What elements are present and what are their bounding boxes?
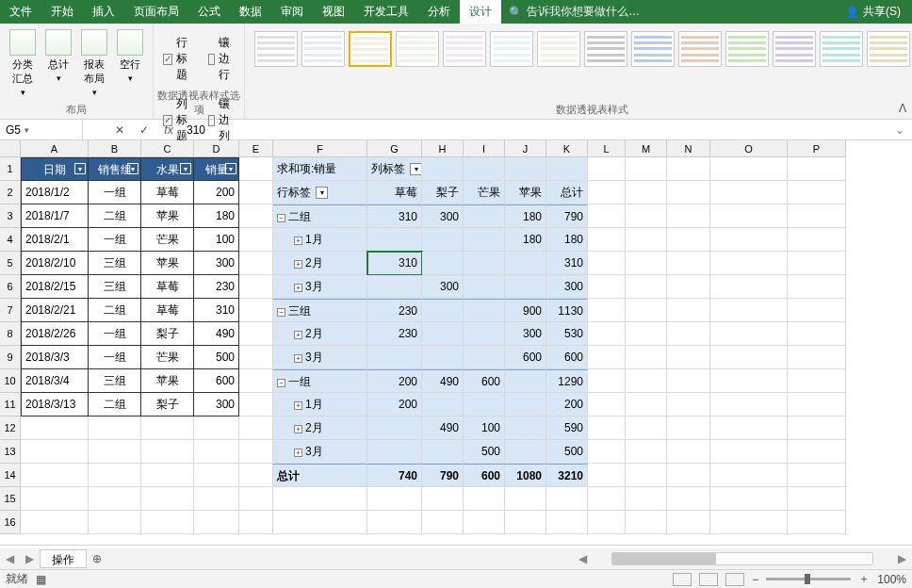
cell[interactable] (21, 487, 89, 511)
pivot-value[interactable]: 200 (546, 393, 588, 416)
pivot-value[interactable] (367, 228, 422, 252)
table-cell[interactable]: 2018/2/15 (21, 275, 89, 299)
cell[interactable] (710, 369, 788, 393)
table-cell[interactable]: 100 (194, 228, 239, 252)
row-header[interactable]: 5 (0, 252, 21, 275)
cell[interactable] (788, 369, 846, 393)
table-cell[interactable]: 230 (194, 275, 239, 299)
cell[interactable] (710, 181, 788, 204)
ck-banded-rows[interactable]: 镶边行 (204, 33, 238, 85)
cell[interactable] (788, 181, 846, 204)
style-thumb[interactable] (820, 31, 863, 67)
cell[interactable] (505, 157, 546, 181)
cell[interactable] (788, 228, 846, 252)
row-header[interactable]: 8 (0, 322, 21, 346)
table-cell[interactable]: 苹果 (141, 369, 194, 393)
pivot-value[interactable] (422, 440, 464, 464)
table-cell[interactable]: 600 (194, 369, 239, 393)
pivot-value[interactable]: 200 (367, 393, 422, 416)
expand-formula-icon[interactable]: ⌄ (888, 120, 912, 139)
cell[interactable] (626, 440, 667, 464)
pivot-subgroup[interactable]: +2月 (273, 252, 367, 275)
table-header[interactable]: 日期▾ (21, 157, 89, 181)
cell[interactable] (710, 275, 788, 299)
table-header[interactable]: 水果▾ (141, 157, 194, 181)
cell[interactable] (588, 346, 626, 369)
pivot-value[interactable]: 790 (546, 204, 588, 228)
col-header[interactable]: H (422, 140, 464, 157)
cell[interactable] (194, 487, 239, 511)
pivot-col-cat[interactable]: 草莓 (367, 181, 422, 204)
table-header[interactable]: 销量▾ (194, 157, 239, 181)
pivot-value[interactable]: 300 (505, 322, 546, 346)
col-header[interactable]: A (21, 140, 89, 157)
pivot-value[interactable]: 1290 (546, 369, 588, 393)
cell[interactable] (710, 322, 788, 346)
pivot-value[interactable]: 900 (505, 299, 546, 322)
cell[interactable] (667, 487, 710, 511)
cell[interactable] (788, 322, 846, 346)
cell[interactable] (788, 416, 846, 440)
cell[interactable] (667, 416, 710, 440)
cell[interactable] (194, 440, 239, 464)
row-header[interactable]: 7 (0, 299, 21, 322)
cell[interactable] (667, 252, 710, 275)
cell[interactable] (626, 252, 667, 275)
cell[interactable] (239, 204, 273, 228)
cell[interactable] (505, 487, 546, 511)
cell[interactable] (89, 464, 141, 487)
style-thumb[interactable] (254, 31, 298, 67)
cell[interactable] (588, 157, 626, 181)
ck-row-headers[interactable]: 行标题 (159, 33, 193, 85)
pivot-value[interactable] (505, 252, 546, 275)
cell[interactable] (239, 299, 273, 322)
table-cell[interactable]: 苹果 (141, 252, 194, 275)
grandtotals-button[interactable]: 总计 (41, 27, 75, 99)
cell[interactable] (422, 511, 464, 534)
subtotals-button[interactable]: 分类汇总 (6, 27, 40, 99)
col-header[interactable]: I (464, 140, 505, 157)
cell[interactable] (710, 157, 788, 181)
pivot-total-label[interactable]: 总计 (273, 464, 367, 487)
style-thumb[interactable] (773, 31, 816, 67)
reportlayout-button[interactable]: 报表布局 (77, 27, 111, 99)
style-thumb[interactable] (537, 31, 580, 67)
pivot-value[interactable] (464, 299, 505, 322)
table-cell[interactable]: 2018/3/13 (21, 393, 89, 416)
cell[interactable] (239, 440, 273, 464)
col-header[interactable]: C (141, 140, 194, 157)
cell[interactable] (239, 275, 273, 299)
cell[interactable] (667, 346, 710, 369)
cell[interactable] (588, 393, 626, 416)
sheet-nav-prev[interactable]: ◀ (0, 552, 20, 565)
cell[interactable] (367, 511, 422, 534)
name-box[interactable]: G5▾ (0, 120, 83, 139)
pivot-value[interactable]: 600 (546, 346, 588, 369)
pivot-value[interactable]: 500 (546, 440, 588, 464)
cell[interactable] (710, 440, 788, 464)
cell[interactable] (464, 157, 505, 181)
pivot-value[interactable] (464, 346, 505, 369)
cell[interactable] (239, 228, 273, 252)
style-thumb[interactable] (396, 31, 439, 67)
cell[interactable] (788, 464, 846, 487)
table-cell[interactable]: 180 (194, 204, 239, 228)
cell[interactable] (667, 511, 710, 534)
pivot-col-cat[interactable]: 总计 (546, 181, 588, 204)
pivot-col-label[interactable]: 列标签 ▾ (367, 157, 422, 181)
pivot-value[interactable] (464, 322, 505, 346)
row-header[interactable]: 15 (0, 487, 21, 511)
cell[interactable] (141, 464, 194, 487)
table-cell[interactable]: 500 (194, 346, 239, 369)
table-cell[interactable]: 苹果 (141, 204, 194, 228)
tell-me-box[interactable]: 🔍 告诉我你想要做什么… (501, 0, 647, 24)
cell[interactable] (546, 487, 588, 511)
pivot-value[interactable] (505, 369, 546, 393)
title-tab-7[interactable]: 视图 (313, 0, 354, 24)
table-header[interactable]: 销售组▾ (89, 157, 141, 181)
pivot-value[interactable] (505, 440, 546, 464)
cell[interactable] (194, 464, 239, 487)
cell[interactable] (239, 252, 273, 275)
pivot-value[interactable] (367, 416, 422, 440)
cell[interactable] (710, 464, 788, 487)
